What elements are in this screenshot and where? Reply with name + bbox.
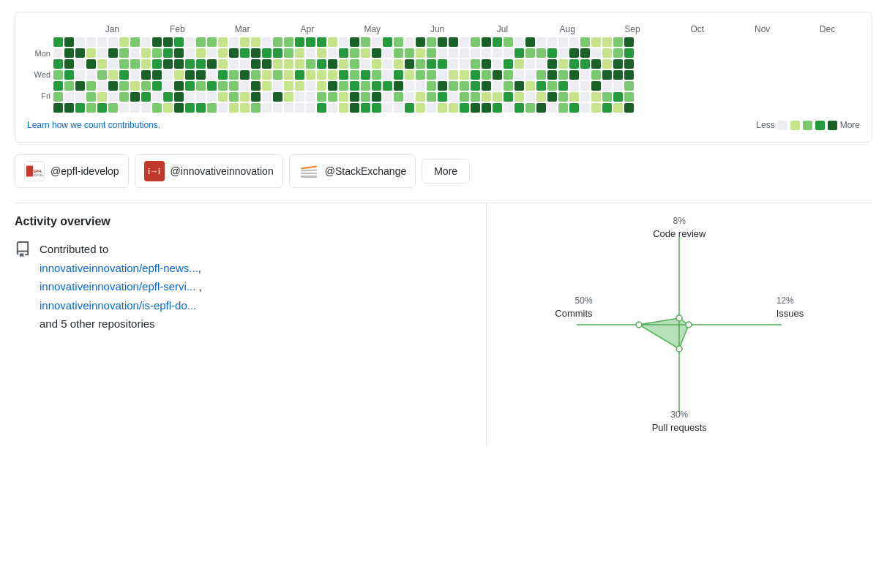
learn-contributions-link[interactable]: Learn how we count contributions. [27,120,160,130]
contrib-cell [251,37,261,47]
repo-icon [15,241,31,261]
contrib-cell [547,48,557,58]
contrib-cell [64,81,74,91]
contrib-cell [218,70,228,80]
contrib-cell [580,48,590,58]
contrib-cell [438,37,447,47]
contrib-cell [416,81,425,91]
contrib-cell [504,48,513,58]
contrib-cell [591,70,601,80]
contrib-cell [482,59,491,69]
contrib-cell [251,59,261,69]
contrib-cell [471,48,480,58]
contrib-cell [306,92,315,102]
contrib-cell [460,59,469,69]
contrib-cell [207,103,217,113]
radar-dot-right [686,322,692,328]
legend-cell-1 [790,121,800,130]
contrib-cell [493,70,502,80]
contrib-cell [613,48,623,58]
other-repos: and 5 other repositories [40,317,155,330]
contrib-cell [152,37,162,47]
contrib-cell [438,70,447,80]
contrib-cell [569,70,579,80]
contrib-cell [141,48,151,58]
contrib-cell [328,81,337,91]
contrib-cell [141,37,151,47]
org-logo-innovative: i→i [144,161,165,181]
contrib-cell [558,59,568,69]
contrib-cell [602,59,612,69]
contrib-cell [328,103,337,113]
contrib-cell [328,37,337,47]
radar-pct-top: 8% [653,215,706,227]
contrib-cell [394,92,403,102]
contrib-cell [547,70,557,80]
contrib-cell [152,92,162,102]
contrib-cell [361,103,370,113]
contrib-cell [624,92,634,102]
contrib-cell [624,70,634,80]
contrib-cell [53,92,63,102]
contrib-cell [119,48,129,58]
contrib-cell [493,59,502,69]
contrib-cell [558,103,568,113]
contrib-cell [119,59,129,69]
repo-link-2[interactable]: innovativeinnovation/epfl-servi... [40,280,195,293]
org-badge-epfl[interactable]: EPFL IDEVELOP @epfl-idevelop [15,154,129,188]
contrib-cell [624,59,634,69]
contrib-grid-wrapper: Jan Feb Mar Apr May Jun Jul Aug Sep Oct … [27,24,860,113]
org-badge-stackexchange[interactable]: @StackExchange [289,154,416,188]
contrib-cell [262,59,272,69]
contrib-cell [613,37,623,47]
contrib-cell [558,81,568,91]
contrib-cell [75,81,85,91]
contrib-cell [339,48,348,58]
activity-right-panel: 8% Code review 12% Issues 30% Pull reque… [487,203,872,446]
contrib-cell [361,48,370,58]
activity-section: Activity overview Contributed to innovat… [15,203,872,446]
repo-link-1[interactable]: innovativeinnovation/epfl-news... [40,262,198,274]
contrib-cell [536,70,546,80]
contrib-cell [273,37,282,47]
contrib-cell [493,48,502,58]
contrib-cell [624,81,634,91]
activity-contributed-text: Contributed to innovativeinnovation/epfl… [40,240,202,333]
contrib-cell [108,59,118,69]
contrib-cell [350,59,359,69]
contrib-cell [207,70,217,80]
contrib-cell [86,37,96,47]
more-orgs-button[interactable]: More [422,159,470,184]
contrib-cell [624,48,634,58]
org-badge-innovative[interactable]: i→i @innovativeinnovation [135,154,283,188]
contrib-cell [427,37,436,47]
month-dec: Dec [795,24,860,34]
contrib-cell [482,48,491,58]
contrib-cell [284,37,293,47]
month-oct: Oct [665,24,730,34]
radar-polygon [639,318,689,349]
contrib-cell [185,48,195,58]
contrib-cell [427,59,436,69]
month-aug: Aug [535,24,600,34]
contrib-cell [613,81,623,91]
contrib-cell [196,92,206,102]
contrib-cell [471,81,480,91]
contrib-cell [460,70,469,80]
contrib-cell [174,48,184,58]
contrib-cell [130,37,140,47]
contrib-cell [383,59,392,69]
svg-text:IDEVELOP: IDEVELOP [34,174,44,177]
contrib-cell [185,103,195,113]
repo-link-3[interactable]: innovativeinnovation/is-epfl-do... [40,299,196,312]
contrib-cell [273,48,282,58]
contrib-cell [295,92,304,102]
contrib-cell [339,103,348,113]
radar-name-right: Issues [776,306,804,320]
contrib-cell [262,103,272,113]
contrib-cell [383,103,392,113]
contrib-cell [75,37,85,47]
contrib-cell [317,92,326,102]
contrib-cell [449,81,458,91]
contrib-cell [163,103,173,113]
